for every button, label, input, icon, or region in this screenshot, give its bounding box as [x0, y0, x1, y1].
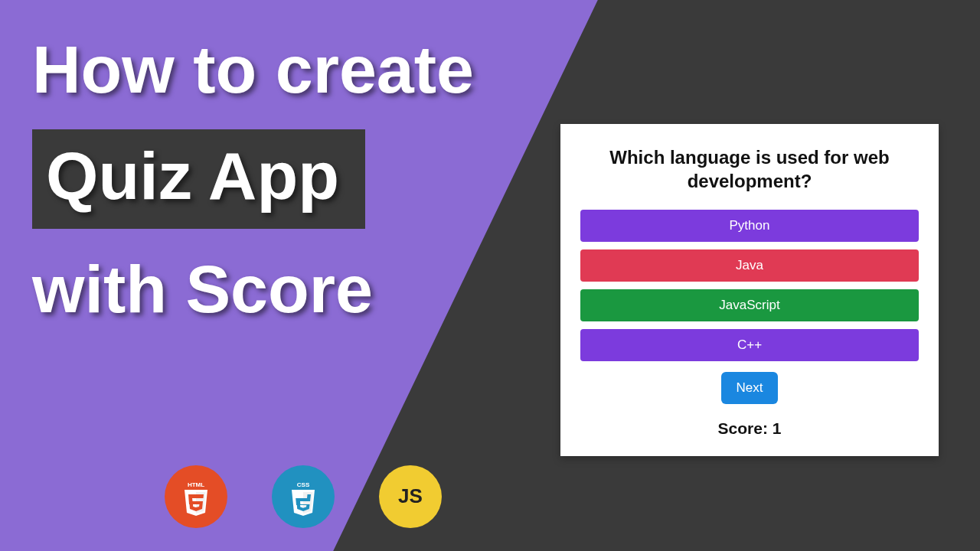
svg-text:HTML: HTML [188, 481, 204, 488]
quiz-question: Which language is used for web developme… [580, 145, 919, 193]
next-button[interactable]: Next [721, 372, 779, 404]
score-label: Score: [718, 419, 773, 437]
quiz-card: Which language is used for web developme… [560, 124, 939, 456]
headline-line-1: How to create [32, 31, 568, 108]
quiz-option-3[interactable]: JavaScript [580, 289, 919, 321]
quiz-option-4[interactable]: C++ [580, 329, 919, 361]
html5-icon: HTML [165, 465, 227, 528]
headline: How to create Quiz App with Score [32, 31, 568, 328]
tech-badges: HTML CSS JS [165, 465, 442, 528]
score-display: Score: 1 [580, 419, 919, 438]
svg-text:JS: JS [398, 484, 423, 507]
headline-highlight-box: Quiz App [32, 129, 365, 229]
headline-line-2: Quiz App [46, 138, 339, 214]
quiz-option-2[interactable]: Java [580, 249, 919, 282]
svg-text:CSS: CSS [297, 481, 310, 488]
quiz-option-1[interactable]: Python [580, 210, 919, 242]
css3-icon: CSS [272, 465, 335, 528]
javascript-icon: JS [379, 465, 442, 528]
score-value: 1 [773, 419, 782, 437]
headline-line-3: with Score [32, 250, 568, 328]
